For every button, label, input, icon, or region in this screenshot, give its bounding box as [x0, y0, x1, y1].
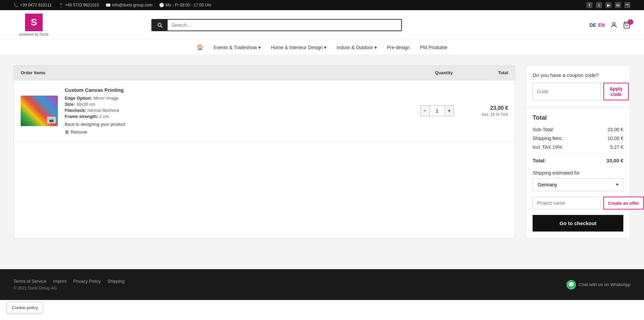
twitter-icon[interactable]: t [596, 2, 602, 8]
edge-option: Edge Option: Mirror Image [65, 96, 413, 101]
product-name: Custom Canvas Printing [65, 87, 413, 93]
cart-icon[interactable]: 1 [623, 21, 630, 29]
nav-home-design[interactable]: Home & Interieur Design ▾ [271, 45, 326, 50]
total-title: Total [533, 114, 623, 121]
frame-option: Frame strength: 2 cm [65, 114, 413, 119]
subtotal-label: Sub-Total: [533, 127, 554, 132]
nav-home[interactable]: 🏠 [197, 44, 203, 51]
search-bar [151, 19, 402, 31]
subtotal-row: Sub-Total: 23,00 € [533, 127, 623, 132]
cart-badge: 1 [628, 19, 633, 25]
coupon-row: Apply code [533, 83, 623, 100]
coupon-input[interactable] [533, 83, 601, 100]
tax-value: 5,27 € [610, 144, 623, 150]
nav-pm-produkte[interactable]: PM Produkte [420, 45, 447, 50]
main-content: Order items Quantity Total 📷 Custom Canv… [0, 55, 644, 249]
youtube-icon[interactable]: ▶ [605, 2, 611, 8]
order-section: Order items Quantity Total 📷 Custom Canv… [14, 65, 515, 239]
whatsapp-icon: 💬 [566, 280, 576, 289]
shipping-label: Shipping fees: [533, 136, 563, 141]
right-panel: Do you have a coupon code? Apply code To… [525, 65, 630, 239]
coupon-title: Do you have a coupon code? [533, 72, 623, 78]
social-links: f t ▶ in 📷 [586, 2, 630, 8]
copyright: © 2021 Durst Group AG [14, 286, 125, 291]
top-bar: 📞 +39 0472 810111 📱 +49 5733 9631010 ✉️ … [0, 0, 644, 10]
tax-label: incl. TAX 19%: [533, 144, 563, 150]
total-label: Total: [533, 158, 546, 163]
logo-box: S [25, 14, 43, 31]
main-nav: 🏠 Events & Tradeshow ▾ Home & Interieur … [0, 40, 644, 55]
hours: 🕐 Mo - Fr 08:00 - 17:00 Uhr [159, 3, 211, 7]
email: ✉️ info@durst-group.com [106, 3, 152, 7]
shipping-section: Shipping estimated for Germany [533, 170, 623, 191]
camera-overlay: 📷 [47, 117, 56, 123]
shipping-country-select[interactable]: Germany [533, 178, 623, 191]
project-name-input[interactable] [533, 197, 601, 209]
qty-input[interactable] [430, 105, 445, 116]
whatsapp-button[interactable]: 💬 Chat with us on WhatsApp [566, 280, 630, 289]
search-icon [157, 22, 163, 28]
product-price: 23,00 € Incl. 19 % TAX [468, 105, 508, 117]
qty-increase-button[interactable]: + [445, 105, 454, 116]
coupon-box: Do you have a coupon code? Apply code [525, 65, 630, 107]
product-image: 📷 [21, 96, 58, 126]
footer: Terms of Service Imprint Privacy Policy … [0, 269, 644, 300]
shipping-row: Shipping fees: 10,00 € [533, 136, 623, 141]
filecheck-option: Filecheck: normal filecheck [65, 108, 413, 113]
header-total: Total [468, 70, 508, 75]
nav-events[interactable]: Events & Tradeshow ▾ [214, 45, 261, 50]
instagram-icon[interactable]: 📷 [624, 2, 630, 8]
logo-sub: powered by Durst [19, 32, 48, 36]
shipping-est-label: Shipping estimated for [533, 170, 623, 176]
language-switcher: DE EN [589, 22, 605, 28]
privacy-link[interactable]: Privacy Policy [73, 279, 101, 284]
logo-area[interactable]: S powered by Durst [14, 14, 54, 36]
linkedin-icon[interactable]: in [615, 2, 621, 8]
whatsapp-label: Chat with us on WhatsApp [579, 282, 630, 287]
total-row: Total: 33,00 € [533, 153, 623, 163]
phone2: 📱 +49 5733 9631010 [59, 3, 99, 7]
user-icon[interactable] [610, 21, 618, 29]
price-main: 23,00 € [468, 105, 508, 111]
lang-en[interactable]: EN [598, 22, 605, 28]
shipping-link[interactable]: Shipping [107, 279, 125, 284]
checkout-button[interactable]: Go to checkout [533, 215, 623, 232]
apply-code-button[interactable]: Apply code [603, 83, 629, 100]
tax-row: incl. TAX 19%: 5,27 € [533, 144, 623, 150]
header-right: DE EN 1 [589, 21, 630, 29]
total-box: Total Sub-Total: 23,00 € Shipping fees: … [525, 107, 630, 239]
top-bar-contacts: 📞 +39 0472 810111 📱 +49 5733 9631010 ✉️ … [14, 3, 212, 7]
facebook-icon[interactable]: f [586, 2, 593, 8]
qty-decrease-button[interactable]: − [420, 105, 430, 116]
nav-predesign[interactable]: Pre-design [387, 45, 410, 50]
nav-indoor-outdoor[interactable]: Indoor & Outdoor ▾ [337, 45, 377, 50]
footer-left: Terms of Service Imprint Privacy Policy … [14, 279, 125, 291]
order-header: Order items Quantity Total [14, 65, 515, 80]
content-spacer [0, 249, 644, 269]
size-option: Size: 30x30 cm [65, 102, 413, 107]
create-offer-button[interactable]: Create an offer [603, 197, 644, 209]
quantity-control: − + [420, 105, 461, 116]
search-input[interactable] [168, 20, 401, 31]
phone1: 📞 +39 0472 810111 [14, 3, 52, 7]
imprint-link[interactable]: Imprint [53, 279, 67, 284]
lang-de[interactable]: DE [589, 22, 596, 28]
footer-links: Terms of Service Imprint Privacy Policy … [14, 279, 125, 284]
subtotal-value: 23,00 € [607, 127, 623, 132]
back-to-design-link[interactable]: Back to designing your product [65, 122, 413, 127]
search-button[interactable] [152, 20, 168, 31]
total-value: 33,00 € [606, 158, 623, 163]
remove-button[interactable]: 🗑 Remove [65, 129, 413, 135]
order-row: 📷 Custom Canvas Printing Edge Option: Mi… [14, 80, 515, 142]
shipping-value: 10,00 € [607, 136, 623, 141]
product-details: Custom Canvas Printing Edge Option: Mirr… [65, 87, 413, 135]
price-tax: Incl. 19 % TAX [468, 112, 508, 117]
header: S powered by Durst DE EN 1 [0, 10, 644, 40]
svg-point-0 [613, 22, 615, 25]
project-row: Create an offer [533, 197, 623, 209]
terms-link[interactable]: Terms of Service [14, 279, 46, 284]
header-order-items: Order items [21, 70, 420, 75]
header-quantity: Quantity [420, 70, 468, 75]
